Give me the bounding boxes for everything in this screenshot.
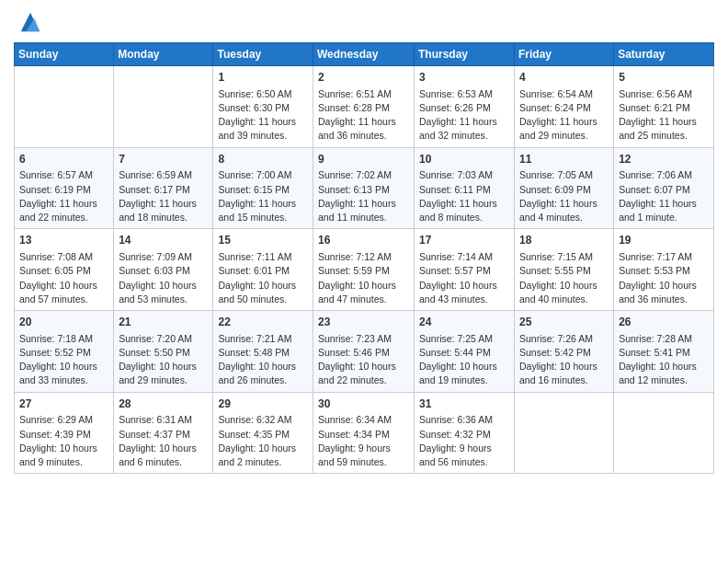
- day-number: 12: [619, 152, 709, 167]
- day-number: 24: [419, 315, 509, 330]
- calendar-cell: 2Sunrise: 6:51 AMSunset: 6:28 PMDaylight…: [313, 66, 415, 148]
- day-number: 20: [19, 315, 108, 330]
- day-number: 23: [318, 315, 409, 330]
- day-number: 9: [318, 152, 409, 167]
- calendar-cell: 6Sunrise: 6:57 AMSunset: 6:19 PMDaylight…: [15, 147, 114, 229]
- calendar-cell: 25Sunrise: 7:26 AMSunset: 5:42 PMDayligh…: [515, 311, 614, 393]
- calendar-cell: 19Sunrise: 7:17 AMSunset: 5:53 PMDayligh…: [614, 229, 714, 311]
- day-info: Sunrise: 6:31 AMSunset: 4:37 PMDaylight:…: [119, 413, 208, 469]
- day-info: Sunrise: 7:15 AMSunset: 5:55 PMDaylight:…: [519, 250, 609, 306]
- calendar-day-header: Thursday: [415, 43, 515, 66]
- calendar-week-row: 6Sunrise: 6:57 AMSunset: 6:19 PMDaylight…: [15, 147, 714, 229]
- day-number: 1: [218, 70, 308, 86]
- day-number: 2: [318, 70, 409, 86]
- day-info: Sunrise: 6:34 AMSunset: 4:34 PMDaylight:…: [318, 413, 409, 469]
- calendar-cell: 28Sunrise: 6:31 AMSunset: 4:37 PMDayligh…: [114, 392, 213, 474]
- calendar-table: SundayMondayTuesdayWednesdayThursdayFrid…: [14, 42, 714, 474]
- calendar-cell: [114, 66, 213, 148]
- day-number: 30: [318, 396, 409, 412]
- day-number: 3: [419, 70, 509, 86]
- header: [14, 9, 714, 35]
- calendar-cell: 26Sunrise: 7:28 AMSunset: 5:41 PMDayligh…: [614, 311, 714, 393]
- day-number: 21: [119, 315, 208, 330]
- calendar-header-row: SundayMondayTuesdayWednesdayThursdayFrid…: [15, 43, 714, 66]
- day-number: 11: [519, 152, 609, 167]
- day-info: Sunrise: 6:36 AMSunset: 4:32 PMDaylight:…: [419, 413, 509, 469]
- calendar-cell: 30Sunrise: 6:34 AMSunset: 4:34 PMDayligh…: [313, 392, 415, 474]
- day-info: Sunrise: 7:21 AMSunset: 5:48 PMDaylight:…: [218, 332, 308, 388]
- calendar-cell: 20Sunrise: 7:18 AMSunset: 5:52 PMDayligh…: [15, 311, 114, 393]
- calendar-cell: 15Sunrise: 7:11 AMSunset: 6:01 PMDayligh…: [213, 229, 313, 311]
- calendar-week-row: 27Sunrise: 6:29 AMSunset: 4:39 PMDayligh…: [15, 392, 714, 474]
- day-info: Sunrise: 7:12 AMSunset: 5:59 PMDaylight:…: [318, 250, 409, 306]
- page: SundayMondayTuesdayWednesdayThursdayFrid…: [0, 0, 728, 563]
- day-number: 6: [19, 152, 108, 167]
- calendar-cell: 3Sunrise: 6:53 AMSunset: 6:26 PMDaylight…: [415, 66, 515, 148]
- day-info: Sunrise: 6:56 AMSunset: 6:21 PMDaylight:…: [619, 87, 709, 144]
- day-info: Sunrise: 7:20 AMSunset: 5:50 PMDaylight:…: [119, 332, 208, 388]
- day-number: 26: [619, 315, 709, 330]
- day-number: 27: [19, 396, 108, 412]
- logo: [14, 9, 43, 35]
- logo-icon: [17, 9, 43, 35]
- day-info: Sunrise: 7:14 AMSunset: 5:57 PMDaylight:…: [419, 250, 509, 306]
- day-info: Sunrise: 7:11 AMSunset: 6:01 PMDaylight:…: [218, 250, 308, 306]
- day-number: 4: [519, 70, 609, 86]
- calendar-day-header: Monday: [114, 43, 213, 66]
- calendar-cell: 9Sunrise: 7:02 AMSunset: 6:13 PMDaylight…: [313, 147, 415, 229]
- calendar-cell: 11Sunrise: 7:05 AMSunset: 6:09 PMDayligh…: [515, 147, 614, 229]
- calendar-cell: 8Sunrise: 7:00 AMSunset: 6:15 PMDaylight…: [213, 147, 313, 229]
- day-info: Sunrise: 7:25 AMSunset: 5:44 PMDaylight:…: [419, 332, 509, 388]
- calendar-cell: 24Sunrise: 7:25 AMSunset: 5:44 PMDayligh…: [415, 311, 515, 393]
- day-info: Sunrise: 6:54 AMSunset: 6:24 PMDaylight:…: [519, 87, 609, 144]
- calendar-cell: 31Sunrise: 6:36 AMSunset: 4:32 PMDayligh…: [415, 392, 515, 474]
- day-info: Sunrise: 6:29 AMSunset: 4:39 PMDaylight:…: [19, 413, 108, 469]
- calendar-cell: [15, 66, 114, 148]
- day-number: 17: [419, 233, 509, 248]
- calendar-cell: 7Sunrise: 6:59 AMSunset: 6:17 PMDaylight…: [114, 147, 213, 229]
- day-number: 18: [519, 233, 609, 248]
- day-info: Sunrise: 6:32 AMSunset: 4:35 PMDaylight:…: [218, 413, 308, 469]
- calendar-week-row: 13Sunrise: 7:08 AMSunset: 6:05 PMDayligh…: [15, 229, 714, 311]
- day-info: Sunrise: 7:05 AMSunset: 6:09 PMDaylight:…: [519, 168, 609, 224]
- calendar-cell: 5Sunrise: 6:56 AMSunset: 6:21 PMDaylight…: [614, 66, 714, 148]
- day-number: 8: [218, 152, 308, 167]
- day-number: 29: [218, 396, 308, 412]
- day-info: Sunrise: 7:03 AMSunset: 6:11 PMDaylight:…: [419, 168, 509, 224]
- day-info: Sunrise: 7:09 AMSunset: 6:03 PMDaylight:…: [119, 250, 208, 306]
- day-info: Sunrise: 7:26 AMSunset: 5:42 PMDaylight:…: [519, 332, 609, 388]
- calendar-cell: 13Sunrise: 7:08 AMSunset: 6:05 PMDayligh…: [15, 229, 114, 311]
- calendar-cell: 22Sunrise: 7:21 AMSunset: 5:48 PMDayligh…: [213, 311, 313, 393]
- day-info: Sunrise: 7:06 AMSunset: 6:07 PMDaylight:…: [619, 168, 709, 224]
- day-info: Sunrise: 7:23 AMSunset: 5:46 PMDaylight:…: [318, 332, 409, 388]
- calendar-cell: 17Sunrise: 7:14 AMSunset: 5:57 PMDayligh…: [415, 229, 515, 311]
- day-info: Sunrise: 7:28 AMSunset: 5:41 PMDaylight:…: [619, 332, 709, 388]
- day-info: Sunrise: 7:18 AMSunset: 5:52 PMDaylight:…: [19, 332, 108, 388]
- day-number: 19: [619, 233, 709, 248]
- calendar-week-row: 20Sunrise: 7:18 AMSunset: 5:52 PMDayligh…: [15, 311, 714, 393]
- calendar-cell: 16Sunrise: 7:12 AMSunset: 5:59 PMDayligh…: [313, 229, 415, 311]
- calendar-cell: 21Sunrise: 7:20 AMSunset: 5:50 PMDayligh…: [114, 311, 213, 393]
- day-number: 13: [19, 233, 108, 248]
- calendar-day-header: Saturday: [614, 43, 714, 66]
- day-number: 25: [519, 315, 609, 330]
- day-number: 16: [318, 233, 409, 248]
- calendar-cell: 18Sunrise: 7:15 AMSunset: 5:55 PMDayligh…: [515, 229, 614, 311]
- day-number: 5: [619, 70, 709, 86]
- calendar-day-header: Tuesday: [213, 43, 313, 66]
- calendar-cell: 23Sunrise: 7:23 AMSunset: 5:46 PMDayligh…: [313, 311, 415, 393]
- calendar-day-header: Wednesday: [313, 43, 415, 66]
- day-number: 14: [119, 233, 208, 248]
- calendar-cell: [515, 392, 614, 474]
- calendar-cell: [614, 392, 714, 474]
- calendar-cell: 4Sunrise: 6:54 AMSunset: 6:24 PMDaylight…: [515, 66, 614, 148]
- day-info: Sunrise: 7:08 AMSunset: 6:05 PMDaylight:…: [19, 250, 108, 306]
- day-info: Sunrise: 6:59 AMSunset: 6:17 PMDaylight:…: [119, 168, 208, 224]
- day-info: Sunrise: 7:17 AMSunset: 5:53 PMDaylight:…: [619, 250, 709, 306]
- calendar-cell: 14Sunrise: 7:09 AMSunset: 6:03 PMDayligh…: [114, 229, 213, 311]
- calendar-cell: 10Sunrise: 7:03 AMSunset: 6:11 PMDayligh…: [415, 147, 515, 229]
- calendar-cell: 29Sunrise: 6:32 AMSunset: 4:35 PMDayligh…: [213, 392, 313, 474]
- day-info: Sunrise: 6:53 AMSunset: 6:26 PMDaylight:…: [419, 87, 509, 144]
- calendar-cell: 12Sunrise: 7:06 AMSunset: 6:07 PMDayligh…: [614, 147, 714, 229]
- calendar-day-header: Friday: [515, 43, 614, 66]
